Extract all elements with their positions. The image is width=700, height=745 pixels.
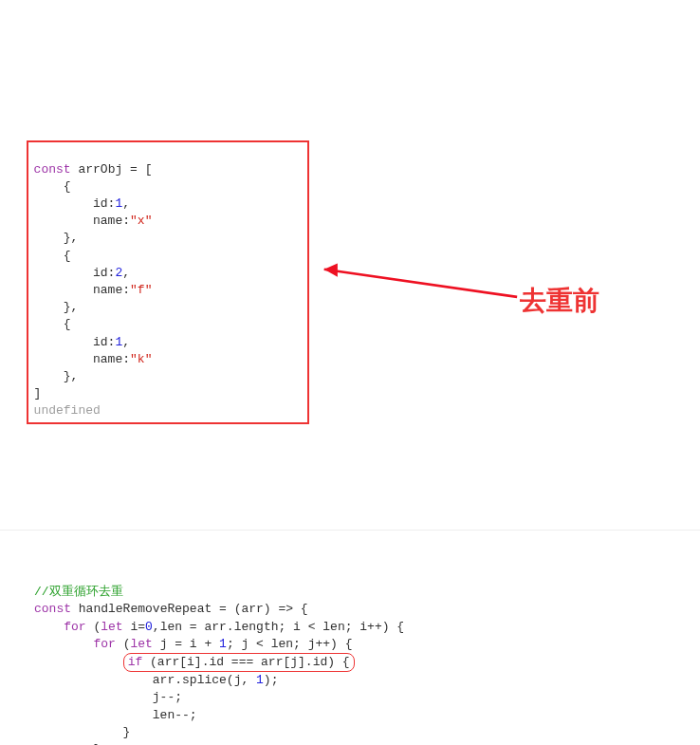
- number-literal: 1: [256, 673, 264, 687]
- code-text: {: [34, 179, 71, 194]
- code-text: id:: [34, 266, 116, 280]
- code-text: },: [34, 231, 79, 245]
- string-literal: "x": [130, 214, 152, 228]
- svg-marker-1: [324, 264, 338, 277]
- console-input-block-1: const arrObj = [ { id:1, name:"x" }, { i…: [0, 121, 700, 477]
- console-input-block-2: //双重循环去重 const handleRemoveRepeat = (arr…: [0, 530, 700, 745]
- undefined-output: undefined: [34, 403, 101, 418]
- string-literal: "k": [130, 352, 152, 366]
- string-literal: "f": [130, 283, 152, 297]
- code-text: name:: [34, 214, 130, 228]
- code-text: {: [34, 317, 71, 331]
- arrow-annotation-before: [307, 253, 525, 310]
- code-text: id:: [34, 335, 116, 349]
- comment: //双重循环去重: [34, 585, 123, 599]
- code-text: (: [116, 637, 131, 651]
- code-text: j = i +: [153, 637, 219, 651]
- code-text: name:: [34, 283, 130, 297]
- number-literal: 1: [219, 637, 227, 651]
- keyword-const: const: [34, 162, 71, 177]
- code-text: }: [34, 725, 130, 739]
- svg-line-0: [324, 270, 517, 297]
- code-text: name:: [34, 352, 130, 366]
- before-dedup-code-box: const arrObj = [ { id:1, name:"x" }, { i…: [27, 140, 309, 424]
- keyword-let: let: [101, 620, 122, 634]
- keyword-if: if: [128, 655, 143, 669]
- highlighted-condition: if (arr[i].id === arr[j].id) {: [123, 653, 355, 672]
- code-text: len--;: [34, 708, 197, 722]
- code-text: );: [264, 673, 279, 687]
- code-text: },: [34, 300, 79, 314]
- code-text: j--;: [34, 690, 182, 704]
- keyword-const: const: [34, 602, 71, 616]
- code-text: ,: [122, 196, 130, 211]
- number-literal: 0: [145, 620, 153, 634]
- code-text: arrObj = [: [71, 162, 153, 177]
- code-text: arr.splice(j,: [34, 673, 256, 687]
- keyword-let: let: [130, 637, 152, 651]
- keyword-for: for: [93, 637, 115, 651]
- code-text: ,len = arr.length; i < len; i++) {: [153, 620, 404, 634]
- code-text: handleRemoveRepeat = (arr) => {: [71, 602, 308, 616]
- code-text: ,: [122, 335, 130, 349]
- code-text: {: [34, 249, 71, 263]
- code-text: i=: [123, 620, 145, 634]
- code-text: },: [34, 369, 79, 383]
- code-text: (arr[i].id === arr[j].id) {: [142, 655, 349, 669]
- code-text: (: [86, 620, 101, 634]
- keyword-for: for: [64, 620, 85, 634]
- code-text: ; j < len; j++) {: [227, 637, 353, 651]
- before-label: 去重前: [520, 282, 599, 319]
- code-text: ]: [34, 386, 42, 400]
- code-text: id:: [34, 196, 116, 211]
- code-text: ,: [122, 266, 130, 280]
